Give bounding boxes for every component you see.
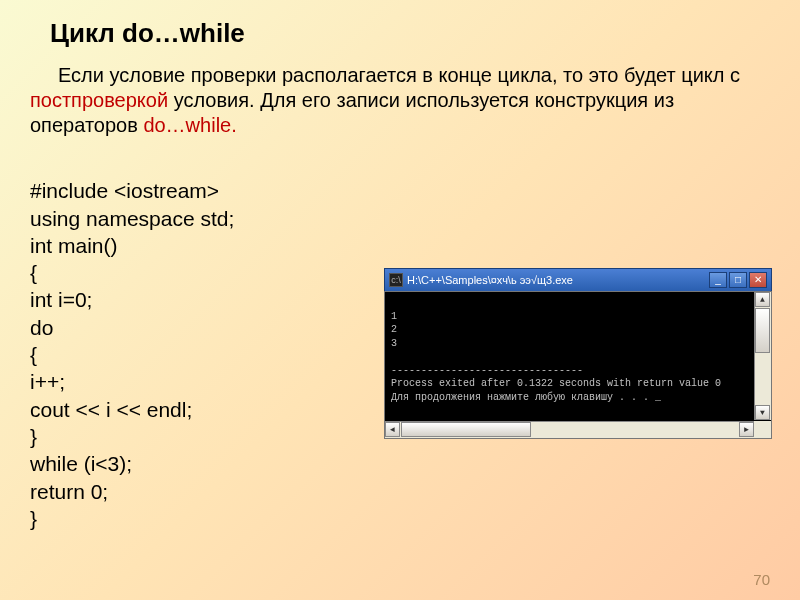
console-line: 1 bbox=[391, 311, 397, 322]
console-line: Для продолжения нажмите любую клавишу . … bbox=[391, 392, 661, 403]
page-number: 70 bbox=[753, 571, 770, 588]
code-line: { bbox=[30, 261, 37, 284]
minimize-button[interactable]: _ bbox=[709, 272, 727, 288]
code-line: do bbox=[30, 316, 53, 339]
code-line: } bbox=[30, 507, 37, 530]
scroll-left-button[interactable]: ◄ bbox=[385, 422, 400, 437]
code-line: cout << i << endl; bbox=[30, 398, 192, 421]
console-line: 2 bbox=[391, 324, 397, 335]
scroll-down-button[interactable]: ▼ bbox=[755, 405, 770, 420]
code-line: { bbox=[30, 343, 37, 366]
scroll-corner bbox=[754, 421, 771, 438]
desc-text-1: Если условие проверки располагается в ко… bbox=[58, 64, 740, 86]
scroll-thumb-vertical[interactable] bbox=[755, 308, 770, 353]
close-button[interactable]: ✕ bbox=[749, 272, 767, 288]
code-line: } bbox=[30, 425, 37, 448]
code-line: i++; bbox=[30, 370, 65, 393]
horizontal-scrollbar[interactable]: ◄ ► bbox=[385, 421, 754, 438]
window-title-text: H:\C++\Samples\¤хч\ь ээ√щ3.exe bbox=[407, 274, 709, 286]
code-line: int main() bbox=[30, 234, 118, 257]
code-line: return 0; bbox=[30, 480, 108, 503]
scroll-right-button[interactable]: ► bbox=[739, 422, 754, 437]
scroll-up-button[interactable]: ▲ bbox=[755, 292, 770, 307]
slide-description: Если условие проверки располагается в ко… bbox=[30, 63, 770, 138]
console-line: Process exited after 0.1322 seconds with… bbox=[391, 378, 721, 389]
desc-highlight-2: do…while. bbox=[143, 114, 236, 136]
maximize-button[interactable]: □ bbox=[729, 272, 747, 288]
desc-highlight-1: постпроверкой bbox=[30, 89, 168, 111]
code-line: using namespace std; bbox=[30, 207, 234, 230]
slide-title: Цикл do…while bbox=[50, 18, 770, 49]
console-window: c:\ H:\C++\Samples\¤хч\ь ээ√щ3.exe _ □ ✕… bbox=[384, 268, 772, 439]
cmd-icon: c:\ bbox=[389, 273, 403, 287]
code-line: while (i<3); bbox=[30, 452, 132, 475]
console-line: -------------------------------- bbox=[391, 365, 583, 376]
code-line: int i=0; bbox=[30, 288, 92, 311]
console-line: 3 bbox=[391, 338, 397, 349]
window-titlebar[interactable]: c:\ H:\C++\Samples\¤хч\ь ээ√щ3.exe _ □ ✕ bbox=[384, 268, 772, 291]
console-output[interactable]: 1 2 3 -------------------------------- P… bbox=[384, 291, 772, 439]
code-line: #include <iostream> bbox=[30, 179, 219, 202]
scroll-thumb-horizontal[interactable] bbox=[401, 422, 531, 437]
vertical-scrollbar[interactable]: ▲ ▼ bbox=[754, 292, 771, 420]
